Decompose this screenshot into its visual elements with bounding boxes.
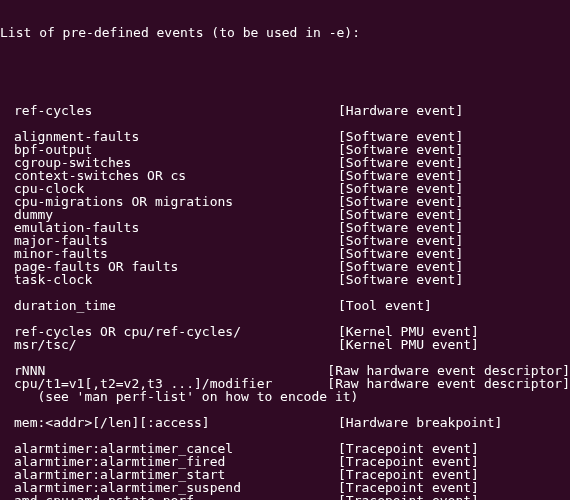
event-row: context-switches OR cs[Software event] (0, 169, 570, 182)
terminal-output: List of pre-defined events (to be used i… (0, 0, 570, 500)
event-name: task-clock (0, 273, 338, 286)
header-line: List of pre-defined events (to be used i… (0, 26, 338, 39)
event-row: cpu-migrations OR migrations[Software ev… (0, 195, 570, 208)
event-row: amd_cpu:amd_pstate_perf[Tracepoint event… (0, 494, 570, 500)
event-name: amd_cpu:amd_pstate_perf (0, 494, 338, 500)
event-name: mem:<addr>[/len][:access] (0, 416, 338, 429)
event-name: duration_time (0, 299, 338, 312)
event-row: mem:<addr>[/len][:access][Hardware break… (0, 416, 570, 429)
note-line: (see 'man perf-list' on how to encode it… (0, 390, 570, 403)
event-row: ref-cycles OR cpu/ref-cycles/[Kernel PMU… (0, 325, 570, 338)
event-row: ref-cycles[Hardware event] (0, 104, 570, 117)
event-type: [Kernel PMU event] (338, 338, 479, 351)
blank-line (0, 65, 570, 78)
event-type: [Tracepoint event] (338, 494, 479, 500)
event-name: ref-cycles (0, 104, 338, 117)
event-type: [Raw hardware event descriptor] (327, 377, 570, 390)
event-row: duration_time[Tool event] (0, 299, 570, 312)
event-type: [Tool event] (338, 299, 432, 312)
event-type: [Hardware breakpoint] (338, 416, 502, 429)
event-name: msr/tsc/ (0, 338, 338, 351)
event-type: [Hardware event] (338, 104, 463, 117)
event-row: msr/tsc/[Kernel PMU event] (0, 338, 570, 351)
event-type: [Software event] (338, 273, 463, 286)
note-text: (see 'man perf-list' on how to encode it… (0, 390, 338, 403)
event-row: task-clock[Software event] (0, 273, 570, 286)
